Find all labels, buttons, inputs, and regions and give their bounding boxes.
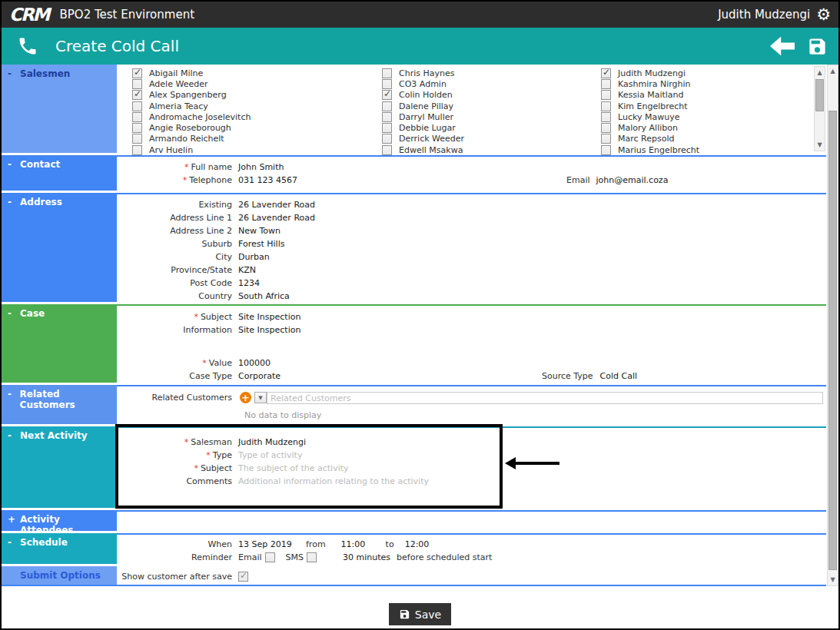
fullname-field[interactable]: John Smith [238,162,284,172]
salesman-option[interactable]: Adele Weeder [132,78,251,89]
related-customers-input[interactable]: Related Customers [267,392,823,404]
scroll-up-icon[interactable]: ▲ [828,65,838,77]
sidebar-item-activity-attendees[interactable]: + Activity Attendees [2,510,117,531]
collapse-icon[interactable]: - [8,389,15,424]
case-subject-field[interactable]: Site Inspection [238,312,300,322]
scrollbar-thumb[interactable] [828,111,837,570]
sidebar-item-next-activity[interactable]: - Next Activity [2,426,117,508]
case-information-field[interactable]: Site Inspection [238,325,300,335]
gear-icon[interactable]: ⚙ [816,7,831,23]
case-type-field[interactable]: Corporate [238,371,281,381]
dropdown-icon[interactable]: ▼ [254,392,267,403]
back-arrow-icon[interactable] [770,36,795,56]
field-value[interactable]: KZN [238,265,256,275]
salesman-option[interactable]: CO3 Admin [382,78,464,89]
salesman-option[interactable]: Marius Engelbrecht [601,144,699,155]
collapse-icon[interactable]: - [8,197,15,302]
collapse-icon[interactable]: - [8,308,15,383]
sidebar-item-submit-options[interactable]: Submit Options [2,566,117,585]
salesman-checkbox[interactable] [601,68,611,78]
source-type-field[interactable]: Cold Call [600,371,637,381]
salesman-checkbox[interactable] [132,134,142,144]
salesman-option[interactable]: Edwell Msakwa [382,144,464,155]
salesman-checkbox[interactable] [382,101,392,111]
activity-type-field[interactable]: Type of activity [238,450,302,460]
scroll-up-icon[interactable]: ▲ [815,67,825,78]
sidebar-item-salesmen[interactable]: - Salesmen [2,65,117,153]
case-value-field[interactable]: 100000 [238,358,271,368]
page-scrollbar[interactable]: ▲ ▼ [827,65,838,586]
salesman-option[interactable]: Darryl Muller [382,111,464,122]
salesman-checkbox[interactable] [601,145,611,155]
scroll-down-icon[interactable]: ▼ [828,574,838,585]
salesman-option[interactable]: Colin Holden [382,90,464,101]
sidebar-item-related-customers[interactable]: - Related Customers [2,385,117,424]
salesman-option[interactable]: Kessia Maitland [601,90,699,101]
salesman-checkbox[interactable] [132,145,142,155]
salesman-checkbox[interactable] [382,123,392,133]
field-value[interactable]: Forest Hills [238,239,284,249]
salesman-option[interactable]: Almeria Teacy [132,101,251,111]
salesman-checkbox[interactable] [601,112,611,122]
when-date-field[interactable]: 13 Sep 2019 [238,539,306,549]
field-value[interactable]: Durban [238,252,270,262]
sidebar-item-address[interactable]: - Address [2,193,117,302]
collapse-icon[interactable]: - [8,430,15,508]
salesman-checkbox[interactable] [382,134,392,144]
reminder-sms-checkbox[interactable] [307,552,317,562]
sidebar-item-case[interactable]: - Case [2,304,117,383]
information-textarea-space[interactable] [117,337,826,356]
show-customer-checkbox[interactable] [238,572,248,582]
salesman-option[interactable]: Kim Engelbrecht [601,101,699,111]
email-field[interactable]: john@email.coza [596,175,669,185]
salesman-option[interactable]: Judith Mudzengi [601,68,699,78]
salesman-checkbox[interactable] [601,134,611,144]
salesman-option[interactable]: Andromache Joselevitch [132,111,251,122]
salesman-checkbox[interactable] [601,101,611,111]
salesman-option[interactable]: Abigail Milne [132,68,251,78]
salesman-checkbox[interactable] [382,68,392,78]
salesman-option[interactable]: Chris Haynes [382,68,464,78]
reminder-email-checkbox[interactable] [265,552,275,562]
field-value[interactable]: South Africa [238,291,290,301]
field-value[interactable]: 26 Lavender Road [238,200,315,210]
salesman-checkbox[interactable] [601,123,611,133]
salesman-checkbox[interactable] [132,112,142,122]
scroll-down-icon[interactable]: ▼ [815,139,825,151]
save-icon[interactable] [807,36,828,57]
salesman-option[interactable]: Dalene Pillay [382,101,464,111]
salesman-checkbox[interactable] [132,79,142,89]
from-time-field[interactable]: 11:00 [341,539,386,549]
save-button[interactable]: Save [389,603,451,625]
salesman-checkbox[interactable] [132,123,142,133]
sidebar-item-contact[interactable]: - Contact [2,155,117,191]
scrollbar-thumb[interactable] [815,79,824,111]
salesman-option[interactable]: Lucky Mawuye [601,111,699,122]
salesman-checkbox[interactable] [132,68,142,78]
salesman-checkbox[interactable] [132,101,142,111]
salesman-checkbox[interactable] [382,90,392,100]
salesman-option[interactable]: Malory Allibon [601,122,699,133]
salesman-checkbox[interactable] [601,90,611,100]
salesman-option[interactable]: Angie Roseborough [132,122,251,133]
telephone-field[interactable]: 031 123 4567 [238,175,297,185]
reminder-minutes-field[interactable]: 30 minutes [343,552,390,562]
collapse-icon[interactable]: - [8,159,15,191]
salesman-checkbox[interactable] [382,112,392,122]
salesman-option[interactable]: Marc Repsold [601,134,699,144]
field-value[interactable]: New Town [238,226,281,236]
salesman-checkbox[interactable] [382,145,392,155]
add-customer-icon[interactable]: + [240,392,251,403]
salesman-option[interactable]: Alex Spangenberg [132,90,251,101]
salesman-checkbox[interactable] [382,79,392,89]
sidebar-item-schedule[interactable]: - Schedule [2,533,117,564]
salesman-option[interactable]: Derrick Weeder [382,134,464,144]
salesman-checkbox[interactable] [601,79,611,89]
to-time-field[interactable]: 12:00 [405,539,430,549]
salesman-checkbox[interactable] [132,90,142,100]
activity-salesman-field[interactable]: Judith Mudzengi [238,437,306,447]
salesman-option[interactable]: Arv Huelin [132,144,251,155]
salesman-option[interactable]: Armando Reichelt [132,134,251,144]
activity-subject-field[interactable]: The subject of the activity [238,463,349,473]
collapse-icon[interactable]: - [8,537,15,564]
